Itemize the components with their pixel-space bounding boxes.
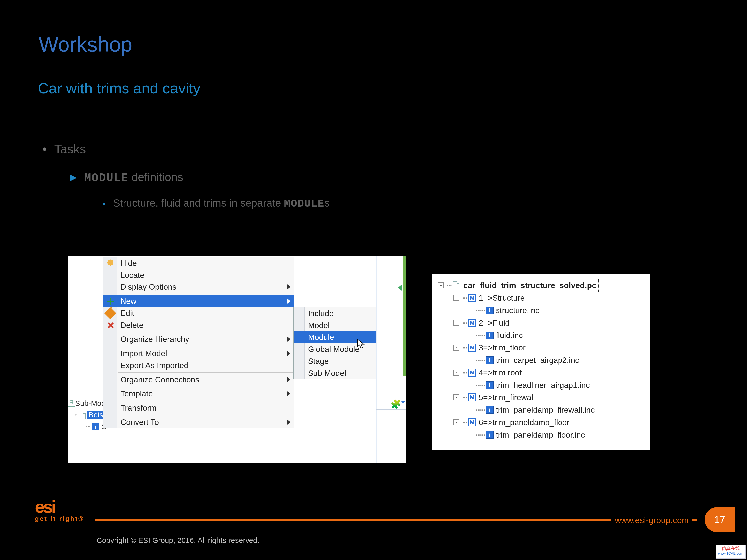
tree-module-label: 1=>Structure xyxy=(479,292,525,304)
tree-module-row[interactable]: -⋯M4=>trim roof xyxy=(438,366,599,379)
collapse-icon[interactable]: - xyxy=(454,320,459,326)
menu-separator xyxy=(118,372,294,373)
submenu-arrow-icon xyxy=(287,351,290,356)
cursor-icon xyxy=(357,339,364,350)
submenu-item-include[interactable]: Include xyxy=(293,308,376,319)
bullet-l3-pre: Structure, fluid and trims in separate xyxy=(113,197,284,209)
divider xyxy=(376,409,406,410)
menu-item-label: Display Options xyxy=(121,283,176,291)
menu-item-hide[interactable]: Hide xyxy=(103,257,294,269)
submenu-item-label: Stage xyxy=(308,357,329,366)
model-tree: - ⋯ car_fluid_trim_structure_solved.pc -… xyxy=(438,279,599,441)
tree-include-row[interactable]: ⋯⋯itrim_paneldamp_firewall.inc xyxy=(438,404,599,416)
module-icon: M xyxy=(468,418,476,426)
tree-connector: ⋯⋯ xyxy=(476,379,485,391)
tree-root-label: car_fluid_trim_structure_solved.pc xyxy=(461,279,599,292)
tree-connector: ⋯ xyxy=(462,317,467,329)
menu-item-label: Delete xyxy=(121,321,144,329)
menu-item-transform[interactable]: Transform xyxy=(103,402,294,414)
screenshot-context-menu: 🧩 ∃ Sub-Mod ⊟ Beis ⋯ i S HideLocateDispl… xyxy=(68,256,406,463)
tree-include-row[interactable]: ⋯⋯istructure.inc xyxy=(438,304,599,317)
menu-item-locate[interactable]: Locate xyxy=(103,269,294,281)
expand-icon[interactable]: ⊟ xyxy=(75,413,77,417)
tree-connector: ⋯⋯ xyxy=(476,404,485,416)
collapse-icon[interactable]: - xyxy=(454,295,459,301)
collapse-icon[interactable]: - xyxy=(454,345,459,351)
menu-item-export-as-imported[interactable]: Export As Imported xyxy=(103,359,294,371)
bullet-l3-suf: s xyxy=(325,197,330,209)
tree-connector: ⋯⋯ xyxy=(476,429,485,441)
watermark-line1: 仿真在线 xyxy=(722,546,740,551)
menu-item-organize-connections[interactable]: Organize Connections xyxy=(103,374,294,385)
menu-item-import-model[interactable]: Import Model xyxy=(103,347,294,359)
menu-item-display-options[interactable]: Display Options xyxy=(103,281,294,293)
bullet-dot-icon: • xyxy=(42,142,47,156)
menu-item-label: Export As Imported xyxy=(121,361,188,370)
plugin-icon[interactable]: 🧩 xyxy=(391,399,401,409)
slide: Workshop Car with trims and cavity •Task… xyxy=(0,0,747,560)
menu-item-edit[interactable]: Edit xyxy=(103,307,294,319)
submenu-arrow-icon xyxy=(287,391,290,396)
tree-include-row[interactable]: ⋯⋯itrim_headliner_airgap1.inc xyxy=(438,379,599,391)
menu-item-label: Organize Hierarchy xyxy=(121,335,189,344)
include-icon: i xyxy=(486,431,493,438)
tree-connector: ⋯⋯ xyxy=(476,304,485,317)
tree-module-row[interactable]: -⋯M2=>Fluid xyxy=(438,317,599,329)
menu-item-new[interactable]: New xyxy=(103,295,294,307)
tree-connector: ⋯⋯ xyxy=(476,329,485,342)
submenu-item-sub-model[interactable]: Sub Model xyxy=(293,367,376,379)
include-icon: i xyxy=(486,306,493,314)
dropdown-icon[interactable] xyxy=(401,401,405,404)
edit-icon xyxy=(104,308,116,319)
tree-row[interactable]: ⊟ Beis xyxy=(75,411,105,419)
tree-module-label: 6=>trim_paneldamp_floor xyxy=(479,416,569,429)
menu-item-delete[interactable]: Delete xyxy=(103,319,294,331)
collapse-icon[interactable]: - xyxy=(454,419,459,425)
include-icon: i xyxy=(486,356,493,364)
esi-logo: esi get it right® xyxy=(35,497,84,523)
green-edge xyxy=(403,256,406,376)
menu-item-organize-hierarchy[interactable]: Organize Hierarchy xyxy=(103,333,294,345)
menu-item-convert-to[interactable]: Convert To xyxy=(103,416,294,428)
submenu-arrow-icon xyxy=(287,285,290,290)
tree-module-row[interactable]: -⋯M1=>Structure xyxy=(438,292,599,304)
collapse-icon[interactable]: - xyxy=(454,395,459,400)
footer-divider xyxy=(95,519,697,521)
tree-include-label: trim_paneldamp_floor.inc xyxy=(496,429,585,441)
module-icon: M xyxy=(468,344,476,352)
tree-module-row[interactable]: -⋯M6=>trim_paneldamp_floor xyxy=(438,416,599,429)
menu-item-label: Locate xyxy=(121,270,145,279)
submenu-item-model[interactable]: Model xyxy=(293,319,376,331)
scroll-left-icon[interactable] xyxy=(398,285,402,291)
tree-selected-node[interactable]: Beis xyxy=(87,411,105,419)
module-icon: M xyxy=(468,369,476,377)
menu-separator xyxy=(118,386,294,387)
tree-include-label: trim_carpet_airgap2.inc xyxy=(496,354,579,366)
tree-include-label: trim_headliner_airgap1.inc xyxy=(496,379,590,391)
tree-include-row[interactable]: ⋯⋯itrim_paneldamp_floor.inc xyxy=(438,429,599,441)
file-icon xyxy=(453,282,459,290)
menu-item-label: Hide xyxy=(121,259,137,268)
tree-root-row[interactable]: - ⋯ car_fluid_trim_structure_solved.pc xyxy=(438,279,599,292)
collapse-icon[interactable]: - xyxy=(438,283,444,289)
tree-connector: ⋯⋯ xyxy=(476,354,485,366)
menu-separator xyxy=(118,401,294,401)
collapse-icon[interactable]: - xyxy=(454,370,459,376)
collapse-icon[interactable]: ∃ xyxy=(68,399,75,407)
menu-item-template[interactable]: Template xyxy=(103,388,294,400)
submenu-item-label: Global Module xyxy=(308,345,359,354)
submenu-item-label: Include xyxy=(308,309,334,318)
tree-include-row[interactable]: ⋯⋯itrim_carpet_airgap2.inc xyxy=(438,354,599,366)
tree-connector: ⋯ xyxy=(86,422,90,431)
menu-item-label: Transform xyxy=(121,403,157,412)
sidebar-label: Sub-Mod xyxy=(75,399,106,408)
tree-module-row[interactable]: -⋯M3=>trim_floor xyxy=(438,342,599,354)
watermark-line2: www.1CAE.com xyxy=(716,551,745,556)
tree-module-row[interactable]: -⋯M5=>trim_firewall xyxy=(438,391,599,404)
submenu-item-stage[interactable]: Stage xyxy=(293,355,376,367)
tree-include-row[interactable]: ⋯⋯ifluid.inc xyxy=(438,329,599,342)
plus-icon xyxy=(106,297,114,305)
tree-include-label: fluid.inc xyxy=(496,329,523,342)
bullet-l1-text: Tasks xyxy=(54,142,86,156)
bullet-l3-mono: MODULE xyxy=(284,198,325,210)
